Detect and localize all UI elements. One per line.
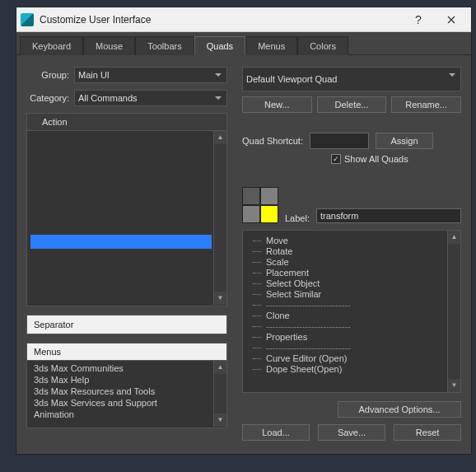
reset-button[interactable]: Reset	[394, 424, 461, 441]
swatch-tl[interactable]	[242, 187, 260, 205]
close-button[interactable]	[435, 8, 468, 31]
list-item[interactable]: Animation	[27, 409, 226, 420]
group-dropdown[interactable]: Main UI	[74, 67, 227, 83]
list-item[interactable]: 3ds Max Communities	[27, 362, 226, 374]
quad-shortcut-label: Quad Shortcut:	[242, 136, 303, 146]
list-item[interactable]: 3ds Max Help	[27, 374, 226, 386]
quad-dropdown[interactable]: Default Viewport Quad	[242, 67, 461, 91]
tab-colors[interactable]: Colors	[297, 36, 348, 55]
tree-item[interactable]: Select Similar	[246, 289, 457, 300]
action-listbox[interactable]: Action	[26, 113, 227, 306]
action-scrollbar[interactable]	[213, 131, 226, 305]
group-label: Group:	[26, 70, 74, 80]
advanced-options-button[interactable]: Advanced Options...	[338, 401, 461, 418]
tree-item[interactable]: Scale	[246, 257, 457, 268]
label-label: Label:	[285, 213, 310, 223]
menus-listbox[interactable]: Menus 3ds Max Communities 3ds Max Help 3…	[26, 343, 227, 428]
separator-label: Separator	[34, 320, 73, 329]
tab-toolbars[interactable]: Toolbars	[135, 36, 194, 55]
swatch-br[interactable]	[260, 205, 278, 223]
titlebar: Customize User Interface ?	[16, 7, 471, 32]
tree-item[interactable]: Dope Sheet(Open)	[246, 364, 457, 375]
action-selected-row[interactable]	[30, 235, 212, 249]
tree-item[interactable]: Rotate	[246, 246, 457, 257]
menus-header: Menus	[27, 343, 226, 361]
quad-shortcut-input[interactable]	[310, 133, 369, 149]
action-list-body[interactable]	[27, 131, 226, 305]
save-button[interactable]: Save...	[318, 424, 385, 441]
tree-separator: ----------------------------	[246, 300, 457, 311]
list-item[interactable]: 3ds Max Resources and Tools	[27, 386, 226, 397]
quad-value: Default Viewport Quad	[246, 74, 337, 84]
load-button[interactable]: Load...	[242, 424, 310, 441]
tab-quads[interactable]: Quads	[194, 36, 245, 55]
tree-item[interactable]: Move	[246, 236, 457, 246]
tree-item[interactable]: Clone	[246, 311, 457, 321]
checkmark-icon: ✓	[333, 156, 339, 163]
assign-button[interactable]: Assign	[376, 133, 433, 149]
left-column: Group: Main UI Category: All Commands Ac…	[26, 67, 227, 441]
category-value: All Commands	[78, 93, 138, 103]
tab-menus[interactable]: Menus	[245, 36, 297, 55]
tree-item[interactable]: Properties	[246, 332, 457, 343]
list-item[interactable]: 3ds Max Services and Support	[27, 397, 226, 409]
tree-separator: ----------------------------	[246, 321, 457, 332]
tab-bar: Keyboard Mouse Toolbars Quads Menus Colo…	[16, 32, 471, 55]
help-button[interactable]: ?	[402, 8, 435, 31]
quad-tree[interactable]: Move Rotate Scale Placement Select Objec…	[242, 230, 461, 393]
tree-separator: ----------------------------	[246, 343, 457, 353]
menus-list[interactable]: 3ds Max Communities 3ds Max Help 3ds Max…	[27, 361, 226, 427]
category-dropdown[interactable]: All Commands	[74, 90, 227, 106]
show-all-label: Show All Quads	[344, 154, 408, 164]
rename-button[interactable]: Rename...	[391, 96, 461, 113]
content: Group: Main UI Category: All Commands Ac…	[16, 55, 471, 452]
swatch-tr[interactable]	[260, 187, 278, 205]
tab-mouse[interactable]: Mouse	[83, 36, 135, 55]
tree-item[interactable]: Placement	[246, 268, 457, 278]
show-all-checkbox[interactable]: ✓	[331, 154, 341, 164]
label-input-value: transform	[320, 211, 358, 221]
separator-box[interactable]: Separator	[26, 315, 227, 334]
label-input[interactable]: transform	[316, 208, 461, 223]
menus-scrollbar[interactable]	[213, 361, 226, 427]
tab-keyboard[interactable]: Keyboard	[20, 36, 83, 55]
tree-item[interactable]: Curve Editor (Open)	[246, 353, 457, 364]
window-title: Customize User Interface	[40, 14, 402, 26]
app-icon	[20, 12, 35, 27]
tree-item[interactable]: Select Object	[246, 278, 457, 289]
tree-scrollbar[interactable]	[447, 231, 460, 392]
group-value: Main UI	[78, 70, 110, 80]
right-column: Default Viewport Quad New... Delete... R…	[242, 67, 461, 441]
category-label: Category:	[26, 93, 74, 103]
action-header: Action	[27, 114, 226, 131]
new-button[interactable]: New...	[242, 96, 312, 113]
swatch-bl[interactable]	[242, 205, 260, 223]
swatch-grid	[242, 187, 278, 223]
customize-ui-window: Customize User Interface ? Keyboard Mous…	[16, 7, 472, 455]
delete-button[interactable]: Delete...	[317, 96, 387, 113]
